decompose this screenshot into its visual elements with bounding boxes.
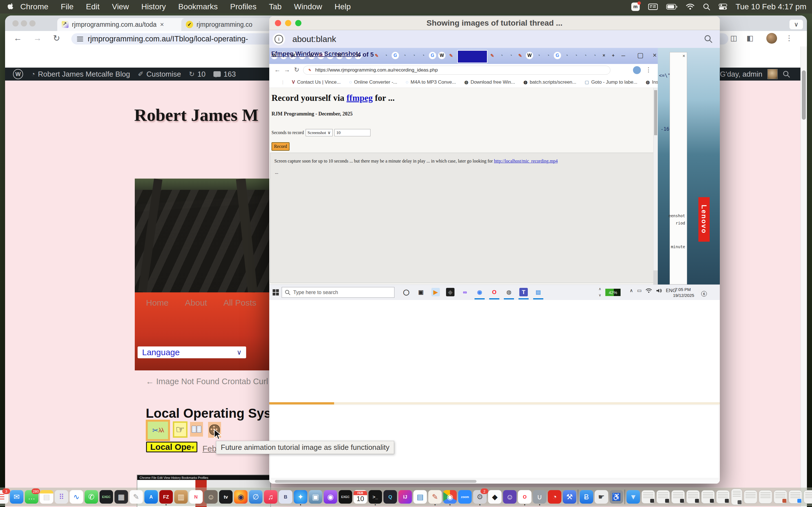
minimize-icon[interactable]: – [621,51,625,59]
hammer-tool[interactable]: ⚒ [563,490,576,504]
tab-search-chevron[interactable]: ∨ [790,20,803,29]
messages[interactable]: … 280 [25,490,38,504]
volume-icon[interactable] [656,288,662,293]
tab-favicon[interactable]: ◔ [563,52,570,59]
tab-favicon[interactable]: ◔ [581,52,589,59]
music[interactable]: ♫ [264,490,277,504]
spotlight-search-icon[interactable] [703,3,710,10]
podcasts[interactable]: ◉ [324,490,337,504]
tab-favicon[interactable]: ◔ [419,52,427,59]
black-box-app[interactable]: ◆ [443,285,458,299]
window-scrollbar[interactable] [801,47,807,507]
nav-link[interactable]: Home [146,298,168,307]
tab-favicon[interactable]: ◔ [545,52,552,59]
mail[interactable]: ✉ [10,490,23,504]
purple-pet-app[interactable]: ☺ [503,490,516,504]
maximize-icon[interactable]: ▢ [637,51,644,59]
keyboard-icon[interactable] [648,3,658,10]
page-scrollbar[interactable] [653,88,658,284]
admin-greeting[interactable]: G'day, admin [720,70,762,78]
facetime[interactable]: ✆ [85,490,98,504]
tab-favicon[interactable]: ◔ [382,52,390,59]
terminal-2[interactable]: EXEC [339,490,352,504]
terminal-exec[interactable]: EXEC [100,490,113,504]
tray-chevron-icon[interactable]: ∧ [629,288,633,293]
kebab-menu-icon[interactable]: ⋮ [785,34,793,43]
grab-hand-app[interactable]: ☛ [595,490,608,504]
extensions-puzzle-icon[interactable]: ◧ [747,34,754,43]
bookmark-item[interactable]: ◍ batch.scripts/screen... [523,79,576,85]
menu-item[interactable]: Chrome [20,2,49,11]
quicktime[interactable]: Q [384,490,397,504]
minimized-window[interactable] [744,490,757,504]
bluetooth-exchange[interactable]: Ƀ [580,490,593,504]
post-dropdown[interactable]: Local Ope ∨ [146,442,197,452]
bookmark-item[interactable]: ◌ Online Converter -... [349,79,397,85]
screen-recorder[interactable]: ◔ [548,490,561,504]
close-icon[interactable]: × [653,51,657,59]
zoom[interactable]: zoom [458,490,472,504]
selected-tab[interactable] [457,50,488,63]
scrollbar-thumb[interactable] [802,70,806,120]
tab-favicon[interactable]: ◔ [535,52,543,59]
taskbar-clock[interactable]: 7:05 PM 19/12/2025 [673,286,693,298]
tab-favicon[interactable]: + [610,52,617,59]
admin-search-icon[interactable] [783,70,790,78]
reminders[interactable]: ☰ 3 [0,490,8,504]
minimized-terminal-window[interactable] [642,490,655,504]
textedit[interactable]: ✎ [130,490,143,504]
menu-item[interactable]: Window [294,2,322,11]
minimized-window-paint[interactable] [774,490,787,504]
minimized-terminal-window[interactable] [701,490,715,504]
back-icon[interactable]: ← [13,33,22,43]
contacts[interactable]: ▥ [174,490,188,504]
kebab-menu-icon[interactable]: ⋮ [645,66,652,73]
notes[interactable]: ▤ [40,490,53,504]
task-view[interactable]: ▣ [414,285,428,299]
tab-favicon[interactable]: G [554,52,561,59]
tab-favicon[interactable]: W [438,52,446,59]
menubar-clock[interactable]: Tue 10 Feb 4:17 pm [735,2,806,11]
bookmark-item[interactable]: ◌ M4A to MP3 Conve... [406,79,456,85]
cortana[interactable]: ◯ [399,285,414,299]
libreoffice[interactable]: ▤ [413,490,427,504]
tab-favicon[interactable]: ✎ [373,52,380,59]
system-settings[interactable]: ⚙ 2 ● [473,490,487,504]
minimized-terminal-window[interactable] [671,490,685,504]
notepad[interactable]: ▤ [531,285,546,299]
calculator[interactable]: ▦ [114,490,128,504]
media-player[interactable]: ▶ [428,285,443,299]
split-view-icon[interactable]: ◫ [730,34,737,43]
inkscape[interactable]: ◆ [488,490,502,504]
menu-item[interactable]: History [141,2,166,11]
capture-type-select[interactable]: Screenshot ∨ [306,129,333,136]
profile-avatar[interactable] [766,33,777,44]
forward-icon[interactable]: → [284,66,290,73]
freeform[interactable]: ∿ [70,490,83,504]
open-book-tile[interactable] [190,422,203,437]
chrome[interactable]: ◉ ● [443,490,457,504]
forward-icon[interactable]: → [33,33,42,43]
tab-favicon[interactable]: W [526,52,533,59]
scrollbar-thumb[interactable] [654,90,657,135]
news[interactable]: N [189,490,203,504]
tab-favicon[interactable]: ◔ [498,52,505,59]
horizontal-scrollbar[interactable] [269,479,720,484]
wifi-icon[interactable] [686,3,695,10]
admin-avatar[interactable] [767,69,777,79]
launchpad[interactable]: ⠿ [55,490,68,504]
chrome[interactable]: ◉ [472,285,487,299]
minimized-document-window[interactable] [731,489,742,505]
wp-logo-menu[interactable]: W [13,69,23,79]
taskbar-scroll-arrows[interactable]: ∧∨ [599,286,601,298]
bbedit[interactable]: B [279,490,292,504]
safari[interactable]: ✦ ● [294,490,307,504]
tab-favicon[interactable]: ◔ [410,52,417,59]
admin-customise-menu[interactable]: ✐ Customise [138,70,181,78]
intellij[interactable]: IJ [398,490,412,504]
visual-studio[interactable]: ∞ [458,285,472,299]
minimized-terminal-window[interactable] [686,490,700,504]
language-select[interactable]: Language ∨ [138,346,246,358]
wifi-icon[interactable] [646,288,652,293]
post-title[interactable]: Local Operating Syste [146,406,283,421]
